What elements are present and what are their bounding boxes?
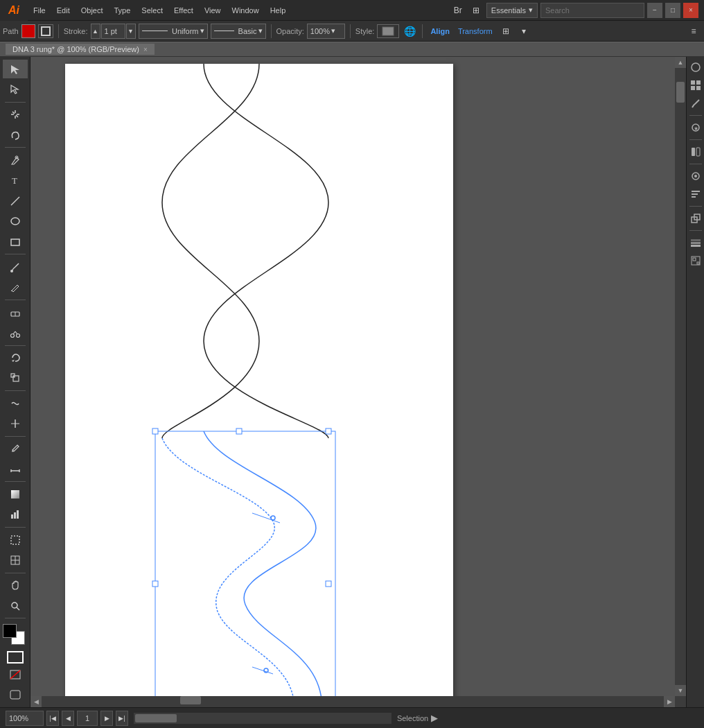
- gradient-tool[interactable]: [3, 485, 28, 503]
- rectangle-tool[interactable]: [3, 232, 28, 251]
- stroke-type-dropdown[interactable]: Uniform ▾: [139, 24, 208, 39]
- fill-color-swatch[interactable]: [21, 24, 35, 38]
- scale-tool[interactable]: [3, 369, 28, 388]
- brushes-panel-icon[interactable]: [688, 96, 703, 111]
- stroke-value-input[interactable]: [101, 24, 125, 39]
- artboard-tool[interactable]: [3, 530, 28, 549]
- style-swatch[interactable]: [377, 24, 399, 38]
- graph-tool[interactable]: [3, 505, 28, 524]
- type-tool[interactable]: T: [3, 171, 28, 190]
- color-panel-icon[interactable]: [688, 60, 703, 75]
- stroke-increment[interactable]: ▼: [126, 24, 136, 39]
- transform-extra-icon[interactable]: ⊞: [498, 24, 513, 39]
- canvas-area[interactable]: ▲ ▼ ◀ ▶: [30, 57, 686, 707]
- brush-type-dropdown[interactable]: Basic ▾: [211, 24, 266, 39]
- search-input[interactable]: [540, 3, 644, 18]
- pencil-tool[interactable]: [3, 277, 28, 296]
- hand-tool[interactable]: [3, 576, 28, 595]
- status-scroll-track[interactable]: [134, 713, 391, 724]
- selection-tool[interactable]: [3, 60, 28, 78]
- symbols-panel-icon[interactable]: ★: [688, 120, 703, 135]
- align-button[interactable]: Align: [428, 27, 452, 35]
- foreground-color-swatch[interactable]: [3, 624, 17, 638]
- menu-type[interactable]: Type: [109, 0, 137, 21]
- stroke-label: Stroke:: [64, 27, 88, 35]
- symbols-icon: ★: [690, 122, 701, 133]
- eraser-tool[interactable]: [3, 303, 28, 322]
- next-page-button[interactable]: ▶: [100, 711, 113, 726]
- scissors-tool[interactable]: [3, 323, 28, 342]
- workspace-button[interactable]: ⊞: [468, 3, 484, 18]
- warp-tool[interactable]: [3, 394, 28, 413]
- layers-panel-icon[interactable]: [688, 235, 703, 250]
- menu-window[interactable]: Window: [227, 0, 265, 21]
- close-button[interactable]: ×: [683, 3, 698, 18]
- menu-object[interactable]: Object: [76, 0, 109, 21]
- artboards-panel-icon[interactable]: [688, 253, 703, 268]
- lasso-tool[interactable]: [3, 125, 28, 144]
- status-options-button[interactable]: ▶: [431, 713, 438, 723]
- rotate-tool[interactable]: [3, 348, 28, 367]
- scroll-track-vertical[interactable]: [675, 68, 686, 685]
- first-page-button[interactable]: |◀: [46, 711, 59, 726]
- menu-view[interactable]: View: [199, 0, 227, 21]
- status-scroll-thumb[interactable]: [135, 714, 177, 722]
- menu-edit[interactable]: Edit: [51, 0, 76, 21]
- vertical-scrollbar[interactable]: ▲ ▼: [675, 57, 686, 696]
- measure-tool[interactable]: [3, 460, 28, 478]
- slice-tool[interactable]: [3, 551, 28, 569]
- style-globe-icon[interactable]: 🌐: [402, 24, 417, 39]
- width-tool[interactable]: [3, 414, 28, 433]
- scroll-thumb-horizontal[interactable]: [180, 696, 201, 704]
- bridge-button[interactable]: Br: [450, 3, 466, 18]
- tab-close-icon[interactable]: ×: [143, 46, 148, 53]
- essentials-dropdown[interactable]: Essentials ▾: [486, 3, 538, 18]
- page-number-input[interactable]: [77, 711, 98, 726]
- scroll-left-button[interactable]: ◀: [30, 696, 42, 707]
- stroke-decrement[interactable]: ▲: [91, 24, 100, 39]
- menu-effect[interactable]: Effect: [168, 0, 199, 21]
- eyedropper-tool[interactable]: [3, 440, 28, 458]
- zoom-input[interactable]: [6, 711, 44, 726]
- paintbrush-tool[interactable]: [3, 257, 28, 276]
- svg-line-56: [252, 513, 280, 523]
- essentials-group: Br ⊞ Essentials ▾ − □ ×: [450, 3, 704, 18]
- pen-tool[interactable]: [3, 150, 28, 169]
- screen-mode-button[interactable]: [3, 686, 28, 704]
- scroll-right-button[interactable]: ▶: [664, 696, 675, 707]
- scroll-thumb-vertical[interactable]: [676, 82, 685, 103]
- scroll-track-horizontal[interactable]: [42, 696, 664, 707]
- panel-options-icon[interactable]: ≡: [686, 24, 701, 39]
- align-panel-icon[interactable]: [688, 187, 703, 202]
- scroll-down-button[interactable]: ▼: [675, 685, 686, 696]
- svg-line-12: [11, 197, 19, 205]
- arrange-icon[interactable]: ▾: [516, 24, 531, 39]
- none-mode-button[interactable]: [3, 665, 28, 684]
- last-page-button[interactable]: ▶|: [116, 711, 128, 726]
- line-tool[interactable]: [3, 191, 28, 210]
- horizontal-scrollbar[interactable]: ◀ ▶: [30, 696, 675, 707]
- ellipse-tool[interactable]: [3, 211, 28, 230]
- svg-rect-45: [155, 431, 335, 707]
- swatches-panel-icon[interactable]: [688, 78, 703, 93]
- menu-select[interactable]: Select: [136, 0, 168, 21]
- magic-wand-tool[interactable]: [3, 105, 28, 124]
- stroke-mode-indicator[interactable]: [7, 651, 24, 664]
- toolbar-right-options[interactable]: ≡: [686, 24, 701, 39]
- menu-help[interactable]: Help: [265, 0, 292, 21]
- graphic-styles-icon[interactable]: [688, 144, 703, 159]
- maximize-button[interactable]: □: [665, 3, 680, 18]
- stroke-swatch[interactable]: [38, 24, 53, 38]
- document-tab[interactable]: DNA 3 rung* @ 100% (RGB/Preview) ×: [6, 44, 155, 55]
- direct-selection-tool[interactable]: [3, 80, 28, 98]
- transform-panel-icon[interactable]: [688, 211, 703, 226]
- scroll-up-button[interactable]: ▲: [675, 57, 686, 68]
- menu-file[interactable]: File: [28, 0, 51, 21]
- transform-button[interactable]: Transform: [455, 27, 495, 35]
- appearance-panel-icon[interactable]: [688, 168, 703, 184]
- opacity-dropdown[interactable]: 100% ▾: [307, 24, 345, 39]
- prev-page-button[interactable]: ◀: [62, 711, 74, 726]
- svg-rect-75: [691, 242, 701, 244]
- minimize-button[interactable]: −: [647, 3, 662, 18]
- zoom-tool[interactable]: [3, 596, 28, 615]
